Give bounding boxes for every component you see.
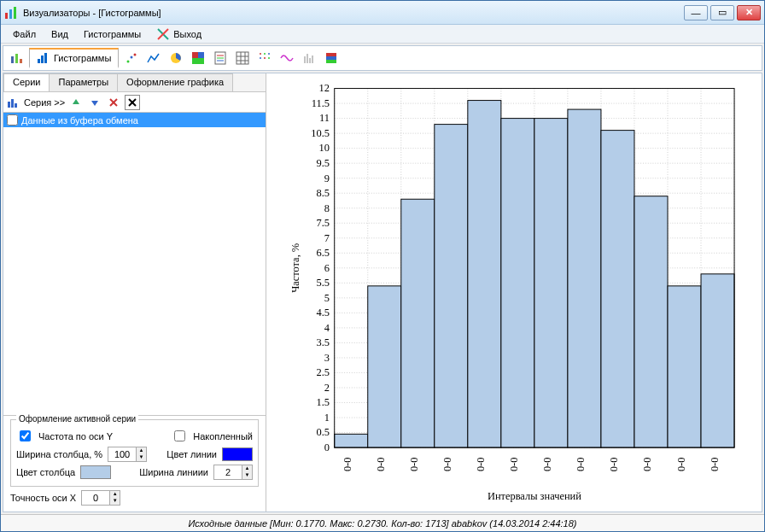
x-boxed-icon	[127, 97, 137, 108]
series-icon	[7, 96, 20, 109]
layers-icon	[324, 51, 338, 65]
toolbtn-5[interactable]	[187, 48, 209, 68]
series-delete-button[interactable]	[106, 95, 121, 110]
svg-text:0-0: 0-0	[375, 458, 387, 472]
series-item[interactable]: Данные из буфера обмена	[3, 113, 266, 127]
line-color-swatch[interactable]	[222, 447, 253, 461]
menu-histograms[interactable]: Гистограммы	[77, 27, 148, 41]
dots-icon	[258, 51, 272, 65]
toolbtn-8[interactable]	[254, 48, 276, 68]
toolbtn-11[interactable]	[320, 48, 342, 68]
close-button[interactable]: ✕	[737, 5, 761, 20]
spin-up-icon[interactable]: ▲	[109, 491, 120, 498]
freq-y-checkbox[interactable]	[20, 430, 31, 441]
toolbtn-1[interactable]	[5, 48, 27, 68]
menu-view[interactable]: Вид	[44, 27, 75, 41]
line-width-spinner[interactable]: ▲▼	[213, 465, 253, 480]
svg-rect-119	[634, 196, 668, 447]
svg-rect-113	[435, 125, 468, 447]
series-toolbar: Серия >>	[3, 92, 266, 113]
svg-rect-37	[326, 56, 336, 60]
toolbtn-4[interactable]	[165, 48, 187, 68]
svg-rect-15	[192, 52, 198, 58]
toolbar-tab-histograms[interactable]: Гистограммы	[29, 48, 119, 68]
col-width-input[interactable]	[108, 447, 136, 461]
chart-box: 00.511.522.533.544.555.566.577.588.599.5…	[273, 80, 755, 505]
svg-text:12: 12	[319, 82, 330, 94]
menu-file[interactable]: Файл	[6, 27, 43, 41]
scatter-icon	[125, 51, 138, 65]
svg-text:5.5: 5.5	[316, 277, 330, 289]
svg-text:4.5: 4.5	[316, 307, 330, 319]
svg-text:0-0: 0-0	[675, 458, 687, 472]
grid-icon	[236, 51, 249, 65]
arrow-up-icon	[71, 97, 81, 108]
stats-icon	[9, 51, 23, 65]
svg-text:8: 8	[324, 202, 330, 214]
toolbtn-6[interactable]	[209, 48, 231, 68]
minimize-button[interactable]: —	[684, 5, 708, 20]
svg-text:2: 2	[324, 382, 330, 394]
svg-point-13	[134, 54, 137, 56]
status-text: Исходные данные [Мин: 0.1770. Макс: 0.27…	[188, 518, 576, 529]
line-width-input[interactable]	[214, 465, 242, 479]
x-prec-input[interactable]	[82, 491, 109, 505]
series-down-button[interactable]	[87, 95, 102, 110]
svg-rect-1	[9, 9, 12, 19]
svg-text:3: 3	[324, 352, 330, 364]
toolbtn-2[interactable]	[120, 48, 143, 68]
svg-rect-22	[237, 52, 248, 64]
subtab-series[interactable]: Серии	[3, 73, 50, 91]
spin-up-icon[interactable]: ▲	[242, 465, 252, 472]
svg-text:6: 6	[324, 262, 330, 274]
series-up-button[interactable]	[68, 95, 84, 110]
subtab-params[interactable]: Параметры	[49, 73, 118, 91]
svg-rect-38	[326, 53, 336, 56]
svg-rect-0	[5, 13, 8, 19]
subtab-format[interactable]: Оформление графика	[117, 73, 233, 91]
svg-text:0-0: 0-0	[408, 458, 420, 472]
wave-icon	[280, 51, 294, 65]
x-prec-spinner[interactable]: ▲▼	[81, 490, 120, 506]
svg-rect-110	[335, 434, 368, 447]
svg-point-28	[264, 53, 266, 55]
hatch-icon	[302, 51, 316, 65]
svg-rect-115	[501, 119, 534, 447]
svg-rect-111	[368, 286, 401, 447]
series-clear-button[interactable]	[125, 95, 140, 110]
svg-point-30	[260, 57, 261, 59]
exit-icon	[156, 27, 170, 41]
svg-text:1: 1	[324, 412, 330, 424]
svg-point-31	[264, 57, 266, 59]
svg-text:10.5: 10.5	[311, 127, 330, 139]
spin-up-icon[interactable]: ▲	[136, 447, 146, 454]
svg-rect-116	[534, 119, 568, 447]
maximize-button[interactable]: ▭	[710, 5, 734, 20]
spin-down-icon[interactable]: ▼	[242, 472, 252, 479]
arrow-down-icon	[90, 97, 100, 108]
svg-text:Частота, %: Частота, %	[289, 243, 301, 293]
svg-text:4: 4	[324, 322, 330, 334]
toolbtn-9[interactable]	[276, 48, 298, 68]
menu-exit[interactable]: Выход	[149, 26, 208, 43]
svg-rect-16	[198, 52, 204, 58]
series-checkbox[interactable]	[7, 114, 18, 126]
cumulative-checkbox[interactable]	[174, 430, 185, 441]
svg-text:2.5: 2.5	[316, 366, 330, 378]
spin-down-icon[interactable]: ▼	[109, 498, 120, 505]
svg-rect-41	[11, 99, 14, 108]
toolbtn-7[interactable]	[231, 48, 254, 68]
col-width-spinner[interactable]: ▲▼	[108, 447, 147, 462]
svg-rect-17	[192, 58, 204, 64]
window-title: Визуализаторы - [Гистограммы]	[23, 8, 684, 18]
line-width-label: Ширина линиии	[139, 467, 208, 477]
svg-text:11: 11	[319, 112, 330, 124]
series-list[interactable]: Данные из буфера обмена	[3, 113, 266, 416]
sheet-icon	[213, 51, 227, 65]
svg-text:11.5: 11.5	[312, 97, 330, 109]
chart-area: 00.511.522.533.544.555.566.577.588.599.5…	[266, 73, 762, 512]
toolbtn-3[interactable]	[143, 48, 165, 68]
col-color-swatch[interactable]	[80, 465, 111, 479]
spin-down-icon[interactable]: ▼	[136, 454, 146, 461]
toolbtn-10[interactable]	[298, 48, 320, 68]
